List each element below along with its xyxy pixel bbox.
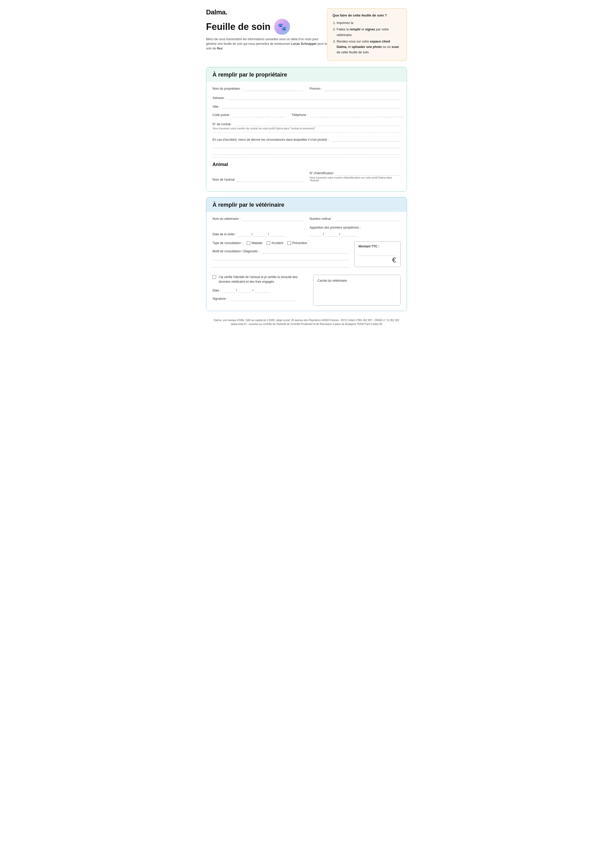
info-step-1: Imprimez la (337, 20, 401, 26)
info-box-title: Que faire de cette feuille de soin ? (333, 12, 401, 18)
motif-section: Motif de consultation / Diagnostic : (212, 249, 349, 268)
dates-row: Date de la visite : / / Apparition des p… (212, 226, 401, 237)
checkbox-accident[interactable]: Accident (266, 241, 283, 245)
checkbox-maladie[interactable]: Maladie (247, 241, 262, 245)
accident-section: En cas d'accident, merci de décrire les … (212, 137, 401, 155)
numero-ordinal-field: Numéro ordinal : (310, 217, 401, 221)
identification-field: N° d'identification Vous trouverez votre… (310, 171, 401, 182)
consult-montant: Type de consultation : Maladie Accident … (212, 241, 401, 270)
ville-row: Ville : (212, 104, 401, 108)
signature-date-row: Date : / / (212, 288, 307, 293)
animal-title: Animal (212, 162, 401, 167)
pet-icon: 🐾 (274, 19, 290, 35)
cachet-box: Cachet du vétérinaire (313, 275, 401, 306)
owner-section: À remplir par le propriétaire Nom du pro… (206, 67, 407, 192)
checkbox-confirm[interactable] (212, 275, 216, 279)
nom-proprietaire-field: Nom du propriétaire : (212, 86, 303, 91)
owner-section-title: À remplir par le propriétaire (212, 71, 401, 78)
date-visite-field: Date de la visite : / / (212, 232, 303, 237)
signature-row: Signature : (212, 296, 307, 301)
adresse-row: Adresse : (212, 95, 401, 100)
vet-nom-field: Nom du vétérinaire : (212, 217, 303, 221)
telephone-field: Téléphone : (291, 113, 404, 117)
bottom-row: J'ai vérifié l'identité de l'animal et j… (212, 275, 401, 306)
apparition-field: Apparition des premiers symptômes : / / (310, 226, 401, 237)
montant-box: Montant TTC : € (354, 241, 401, 267)
info-box: Que faire de cette feuille de soin ? Imp… (327, 8, 407, 61)
cachet-label: Cachet du vétérinaire (317, 279, 347, 282)
euro-sign: € (392, 256, 396, 264)
confirm-row: J'ai vérifié l'identité de l'animal et j… (212, 275, 307, 284)
info-step-2: Faites la remplir et signez par votre vé… (337, 27, 401, 38)
footer: Dalma, une marque d'Ollie, SAS au capita… (206, 318, 407, 326)
page-title: Feuille de soin (206, 22, 271, 32)
animal-nom-field: Nom de l'animal (212, 177, 303, 182)
subtitle: Merci de nous transmettre les informatio… (206, 37, 327, 51)
contrat-section: N° de contrat : Vous trouverez votre num… (212, 121, 401, 130)
prenom-field: Prénom : (310, 86, 401, 91)
bottom-left: J'ai vérifié l'identité de l'animal et j… (212, 275, 307, 301)
info-step-3: Rendez-vous sur votre espace client Dalm… (337, 39, 401, 56)
code-postal-field: Code postal : (212, 113, 285, 117)
vet-section: À remplir par le vétérinaire Nom du vété… (206, 197, 407, 311)
type-consultation-row: Type de consultation : Maladie Accident … (212, 241, 349, 245)
checkbox-prevention[interactable]: Prévention (288, 241, 307, 245)
logo: Dalma. (206, 8, 327, 16)
confirm-text: J'ai vérifié l'identité de l'animal et j… (219, 275, 307, 284)
vet-nom-row: Nom du vétérinaire : Numéro ordinal : (212, 217, 401, 221)
vet-section-title: À remplir par le vétérinaire (212, 202, 401, 208)
animal-row: Nom de l'animal N° d'identification Vous… (212, 171, 401, 182)
